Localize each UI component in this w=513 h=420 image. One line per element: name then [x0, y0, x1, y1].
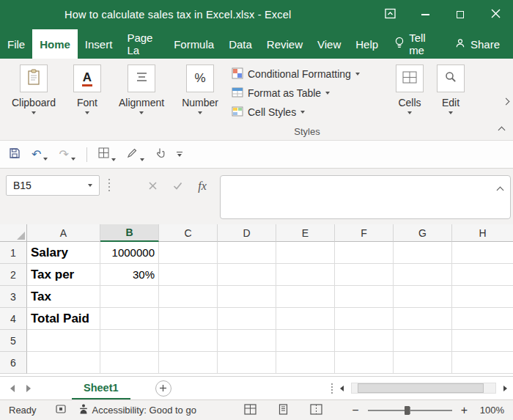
cell-G4[interactable] — [394, 308, 452, 330]
tell-me-button[interactable]: Tell me — [385, 29, 442, 59]
tab-data[interactable]: Data — [221, 29, 259, 59]
cell-B1[interactable]: 1000000 — [100, 242, 159, 264]
cell-E6[interactable] — [276, 352, 335, 374]
row-header-6[interactable]: 6 — [0, 352, 27, 374]
close-button[interactable] — [478, 0, 513, 29]
cell-B6[interactable] — [100, 352, 159, 374]
cell-A4[interactable]: Total Paid — [27, 308, 100, 330]
format-as-table-button[interactable]: Format as Table — [232, 84, 383, 103]
cell-H4[interactable] — [452, 308, 513, 330]
tab-review[interactable]: Review — [259, 29, 310, 59]
number-icon-box[interactable]: % — [186, 65, 214, 92]
row-header-2[interactable]: 2 — [0, 264, 27, 286]
cell-C1[interactable] — [159, 242, 218, 264]
cell-G1[interactable] — [394, 242, 452, 264]
redo-button[interactable]: ↷ — [59, 149, 75, 161]
column-header-B[interactable]: B — [100, 224, 159, 242]
scrollbar-track[interactable] — [351, 383, 496, 394]
next-sheet-icon[interactable] — [26, 385, 31, 392]
cell-D4[interactable] — [218, 308, 276, 330]
ribbon-group-clipboard[interactable]: Clipboard — [3, 65, 64, 140]
cell-D1[interactable] — [218, 242, 276, 264]
zoom-out-button[interactable]: − — [352, 405, 358, 416]
tab-file[interactable]: File — [0, 29, 32, 59]
cell-E4[interactable] — [276, 308, 335, 330]
cell-C3[interactable] — [159, 286, 218, 308]
cell-E1[interactable] — [276, 242, 335, 264]
formula-bar-input[interactable] — [220, 175, 511, 219]
sheet-tab-sheet1[interactable]: Sheet1 — [72, 377, 130, 399]
cell-A6[interactable] — [27, 352, 100, 374]
qat-table-borders-button[interactable] — [98, 147, 116, 161]
cell-G3[interactable] — [394, 286, 452, 308]
share-button[interactable]: Share — [442, 29, 513, 59]
zoom-slider-handle[interactable] — [405, 406, 410, 415]
column-header-E[interactable]: E — [276, 224, 335, 242]
row-header-3[interactable]: 3 — [0, 286, 27, 308]
zoom-level-button[interactable]: 100% — [476, 405, 504, 416]
cell-G2[interactable] — [394, 264, 452, 286]
row-header-4[interactable]: 4 — [0, 308, 27, 330]
customize-qat-button[interactable] — [177, 152, 182, 158]
tab-home[interactable]: Home — [32, 29, 78, 59]
cell-B5[interactable] — [100, 330, 159, 352]
cell-A2[interactable]: Tax per — [27, 264, 100, 286]
cell-D5[interactable] — [218, 330, 276, 352]
row-header-5[interactable]: 5 — [0, 330, 27, 352]
ribbon-group-cells[interactable]: Cells — [387, 65, 432, 140]
cells-icon-box[interactable] — [396, 65, 424, 92]
cell-C4[interactable] — [159, 308, 218, 330]
cell-E5[interactable] — [276, 330, 335, 352]
cell-E2[interactable] — [276, 264, 335, 286]
cell-H2[interactable] — [452, 264, 513, 286]
tab-page-layout[interactable]: Page La — [119, 29, 166, 59]
normal-view-button[interactable] — [244, 404, 256, 417]
scroll-right-icon[interactable] — [503, 386, 507, 391]
new-sheet-button[interactable] — [155, 380, 171, 397]
tab-insert[interactable]: Insert — [78, 29, 120, 59]
column-header-F[interactable]: F — [335, 224, 394, 242]
cell-G5[interactable] — [394, 330, 452, 352]
ribbon-group-number[interactable]: % Number — [173, 65, 227, 140]
qat-touch-mode-button[interactable] — [155, 147, 166, 161]
conditional-formatting-button[interactable]: Conditional Formatting — [232, 65, 383, 84]
page-break-preview-button[interactable] — [310, 404, 322, 417]
cell-styles-button[interactable]: Cell Styles — [232, 103, 383, 122]
column-header-D[interactable]: D — [218, 224, 276, 242]
cell-C2[interactable] — [159, 264, 218, 286]
tab-help[interactable]: Help — [348, 29, 385, 59]
column-header-C[interactable]: C — [159, 224, 218, 242]
cell-A1[interactable]: Salary — [27, 242, 100, 264]
cell-F4[interactable] — [335, 308, 394, 330]
cell-A5[interactable] — [27, 330, 100, 352]
previous-sheet-icon[interactable] — [10, 385, 15, 392]
formula-bar-collapse-button[interactable] — [498, 183, 503, 195]
cell-C6[interactable] — [159, 352, 218, 374]
cell-B3[interactable] — [100, 286, 159, 308]
cell-H3[interactable] — [452, 286, 513, 308]
cell-H5[interactable] — [452, 330, 513, 352]
name-box[interactable]: B15 — [6, 175, 100, 196]
clipboard-icon-box[interactable] — [20, 65, 48, 92]
scroll-left-icon[interactable] — [340, 386, 344, 391]
cell-F1[interactable] — [335, 242, 394, 264]
cell-G6[interactable] — [394, 352, 452, 374]
ribbon-display-options-button[interactable] — [372, 0, 407, 29]
cell-D2[interactable] — [218, 264, 276, 286]
cell-F3[interactable] — [335, 286, 394, 308]
enter-button[interactable] — [169, 178, 186, 194]
qat-draw-button[interactable] — [127, 147, 144, 161]
tab-formulas[interactable]: Formula — [166, 29, 221, 59]
scrollbar-thumb[interactable] — [358, 383, 484, 393]
cell-H1[interactable] — [452, 242, 513, 264]
cell-D3[interactable] — [218, 286, 276, 308]
insert-function-button[interactable]: fx — [193, 178, 211, 194]
column-header-H[interactable]: H — [452, 224, 513, 242]
cell-E3[interactable] — [276, 286, 335, 308]
minimize-button[interactable] — [407, 0, 443, 29]
cell-A3[interactable]: Tax — [27, 286, 100, 308]
cell-B2[interactable]: 30% — [100, 264, 159, 286]
undo-button[interactable]: ↶ — [32, 149, 48, 161]
tab-view[interactable]: View — [310, 29, 348, 59]
column-header-G[interactable]: G — [394, 224, 452, 242]
